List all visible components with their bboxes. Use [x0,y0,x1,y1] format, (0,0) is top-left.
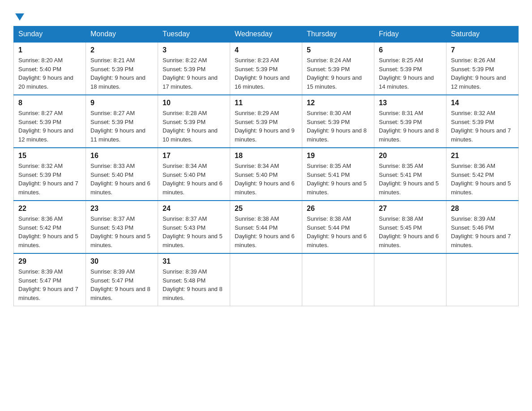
header-sunday: Sunday [14,26,86,43]
table-row: 20 Sunrise: 8:35 AMSunset: 5:41 PMDaylig… [374,148,446,201]
table-row: 31 Sunrise: 8:39 AMSunset: 5:48 PMDaylig… [158,253,230,306]
header-monday: Monday [86,26,158,43]
calendar-week-row: 29 Sunrise: 8:39 AMSunset: 5:47 PMDaylig… [14,253,519,306]
day-info: Sunrise: 8:38 AMSunset: 5:45 PMDaylight:… [379,214,442,249]
day-info: Sunrise: 8:24 AMSunset: 5:39 PMDaylight:… [307,56,369,91]
day-number: 25 [235,205,297,213]
table-row: 8 Sunrise: 8:27 AMSunset: 5:39 PMDayligh… [14,95,86,148]
table-row: 3 Sunrise: 8:22 AMSunset: 5:39 PMDayligh… [158,42,230,95]
day-number: 7 [451,46,514,54]
day-number: 24 [163,205,225,213]
table-row [446,253,519,306]
logo-triangle-icon [15,13,24,21]
header-thursday: Thursday [302,26,374,43]
day-info: Sunrise: 8:32 AMSunset: 5:39 PMDaylight:… [451,109,514,144]
day-info: Sunrise: 8:26 AMSunset: 5:39 PMDaylight:… [451,56,514,91]
day-number: 19 [307,152,369,160]
day-number: 27 [379,205,442,213]
day-info: Sunrise: 8:37 AMSunset: 5:43 PMDaylight:… [90,214,153,249]
day-info: Sunrise: 8:35 AMSunset: 5:41 PMDaylight:… [379,162,442,197]
day-number: 5 [307,46,369,54]
day-number: 31 [163,257,225,265]
calendar-week-row: 22 Sunrise: 8:36 AMSunset: 5:42 PMDaylig… [14,201,519,253]
table-row: 9 Sunrise: 8:27 AMSunset: 5:39 PMDayligh… [86,95,158,148]
table-row: 28 Sunrise: 8:39 AMSunset: 5:46 PMDaylig… [446,201,519,253]
day-info: Sunrise: 8:34 AMSunset: 5:40 PMDaylight:… [235,162,297,197]
day-number: 4 [235,46,297,54]
day-number: 11 [235,99,297,107]
table-row: 11 Sunrise: 8:29 AMSunset: 5:39 PMDaylig… [230,95,302,148]
day-number: 12 [307,99,369,107]
day-info: Sunrise: 8:35 AMSunset: 5:41 PMDaylight:… [307,162,369,197]
day-info: Sunrise: 8:21 AMSunset: 5:39 PMDaylight:… [90,56,153,91]
table-row: 12 Sunrise: 8:30 AMSunset: 5:39 PMDaylig… [302,95,374,148]
day-info: Sunrise: 8:38 AMSunset: 5:44 PMDaylight:… [307,214,369,249]
table-row: 25 Sunrise: 8:38 AMSunset: 5:44 PMDaylig… [230,201,302,253]
calendar-week-row: 15 Sunrise: 8:32 AMSunset: 5:39 PMDaylig… [14,148,519,201]
table-row: 7 Sunrise: 8:26 AMSunset: 5:39 PMDayligh… [446,42,519,95]
day-number: 6 [379,46,442,54]
day-number: 20 [379,152,442,160]
table-row: 2 Sunrise: 8:21 AMSunset: 5:39 PMDayligh… [86,42,158,95]
day-info: Sunrise: 8:34 AMSunset: 5:40 PMDaylight:… [163,162,225,197]
day-info: Sunrise: 8:30 AMSunset: 5:39 PMDaylight:… [307,109,369,144]
day-number: 22 [18,205,81,213]
day-number: 13 [379,99,442,107]
table-row: 27 Sunrise: 8:38 AMSunset: 5:45 PMDaylig… [374,201,446,253]
day-info: Sunrise: 8:32 AMSunset: 5:39 PMDaylight:… [18,162,81,197]
day-info: Sunrise: 8:39 AMSunset: 5:48 PMDaylight:… [163,267,225,302]
day-number: 29 [18,257,81,265]
table-row: 30 Sunrise: 8:39 AMSunset: 5:47 PMDaylig… [86,253,158,306]
day-number: 23 [90,205,153,213]
table-row [302,253,374,306]
table-row: 15 Sunrise: 8:32 AMSunset: 5:39 PMDaylig… [14,148,86,201]
day-info: Sunrise: 8:39 AMSunset: 5:46 PMDaylight:… [451,214,514,249]
day-info: Sunrise: 8:29 AMSunset: 5:39 PMDaylight:… [235,109,297,144]
calendar-table: Sunday Monday Tuesday Wednesday Thursday… [13,26,519,306]
day-number: 9 [90,99,153,107]
page-header [13,9,519,21]
day-number: 21 [451,152,514,160]
day-info: Sunrise: 8:39 AMSunset: 5:47 PMDaylight:… [90,267,153,302]
day-number: 14 [451,99,514,107]
header-saturday: Saturday [446,26,519,43]
day-number: 17 [163,152,225,160]
table-row: 13 Sunrise: 8:31 AMSunset: 5:39 PMDaylig… [374,95,446,148]
table-row: 10 Sunrise: 8:28 AMSunset: 5:39 PMDaylig… [158,95,230,148]
day-number: 10 [163,99,225,107]
header-wednesday: Wednesday [230,26,302,43]
header-tuesday: Tuesday [158,26,230,43]
day-info: Sunrise: 8:27 AMSunset: 5:39 PMDaylight:… [90,109,153,144]
day-number: 3 [163,46,225,54]
table-row: 18 Sunrise: 8:34 AMSunset: 5:40 PMDaylig… [230,148,302,201]
header-friday: Friday [374,26,446,43]
table-row: 4 Sunrise: 8:23 AMSunset: 5:39 PMDayligh… [230,42,302,95]
table-row: 22 Sunrise: 8:36 AMSunset: 5:42 PMDaylig… [14,201,86,253]
table-row: 26 Sunrise: 8:38 AMSunset: 5:44 PMDaylig… [302,201,374,253]
calendar-week-row: 8 Sunrise: 8:27 AMSunset: 5:39 PMDayligh… [14,95,519,148]
day-number: 16 [90,152,153,160]
day-info: Sunrise: 8:39 AMSunset: 5:47 PMDaylight:… [18,267,81,302]
calendar-week-row: 1 Sunrise: 8:20 AMSunset: 5:40 PMDayligh… [14,42,519,95]
day-number: 30 [90,257,153,265]
day-number: 26 [307,205,369,213]
table-row: 5 Sunrise: 8:24 AMSunset: 5:39 PMDayligh… [302,42,374,95]
day-info: Sunrise: 8:31 AMSunset: 5:39 PMDaylight:… [379,109,442,144]
table-row: 21 Sunrise: 8:36 AMSunset: 5:42 PMDaylig… [446,148,519,201]
day-info: Sunrise: 8:37 AMSunset: 5:43 PMDaylight:… [163,214,225,249]
table-row: 19 Sunrise: 8:35 AMSunset: 5:41 PMDaylig… [302,148,374,201]
weekday-header-row: Sunday Monday Tuesday Wednesday Thursday… [14,26,519,43]
day-info: Sunrise: 8:25 AMSunset: 5:39 PMDaylight:… [379,56,442,91]
logo [13,13,24,21]
day-info: Sunrise: 8:36 AMSunset: 5:42 PMDaylight:… [451,162,514,197]
day-info: Sunrise: 8:28 AMSunset: 5:39 PMDaylight:… [163,109,225,144]
table-row: 1 Sunrise: 8:20 AMSunset: 5:40 PMDayligh… [14,42,86,95]
day-number: 1 [18,46,81,54]
table-row: 6 Sunrise: 8:25 AMSunset: 5:39 PMDayligh… [374,42,446,95]
table-row: 24 Sunrise: 8:37 AMSunset: 5:43 PMDaylig… [158,201,230,253]
day-info: Sunrise: 8:33 AMSunset: 5:40 PMDaylight:… [90,162,153,197]
day-number: 15 [18,152,81,160]
day-number: 2 [90,46,153,54]
table-row [374,253,446,306]
day-info: Sunrise: 8:20 AMSunset: 5:40 PMDaylight:… [18,56,81,91]
